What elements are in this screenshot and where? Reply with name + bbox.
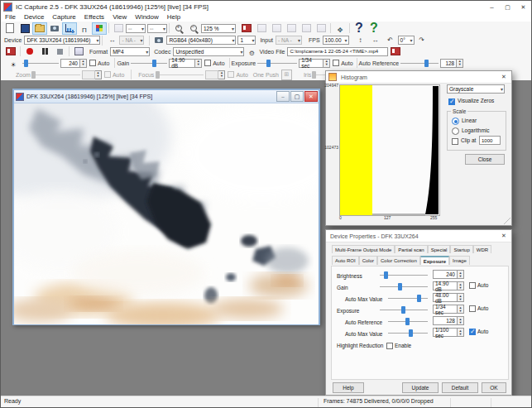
update-button[interactable]: Update — [402, 382, 439, 393]
display-settings-button[interactable] — [111, 22, 126, 35]
codec-settings-button[interactable] — [244, 46, 259, 58]
dp-exposure-auto-max-spinner[interactable]: 1/100 sec — [433, 328, 464, 337]
zoom-in-button[interactable]: + — [171, 22, 186, 35]
dp-gain-auto-max-spinner[interactable]: 48.00 dB — [433, 293, 464, 302]
image-tool-button-3[interactable] — [299, 22, 314, 35]
dp-exposure-spinner[interactable]: 1/34 sec — [433, 305, 464, 314]
dp-exposure-slider[interactable] — [378, 305, 429, 315]
zoom-level-combo[interactable]: 125 % — [201, 24, 236, 33]
codec-combo[interactable]: Unspecified — [173, 47, 244, 56]
snapshot-button[interactable] — [47, 22, 62, 35]
spinner-arrows-icon[interactable] — [458, 328, 464, 337]
spinner-arrows-icon[interactable] — [324, 59, 330, 68]
histogram-close-button-bottom[interactable]: Close — [465, 154, 505, 165]
live-maximize-button[interactable] — [290, 91, 304, 102]
flip-horizontal-button[interactable] — [368, 34, 383, 46]
rotate-right-button[interactable] — [415, 34, 429, 46]
menu-help[interactable]: Help — [163, 13, 185, 21]
new-layout-button[interactable] — [2, 22, 17, 35]
menu-file[interactable]: File — [1, 13, 20, 21]
image-tool-button-2[interactable] — [284, 22, 299, 35]
video-format-button[interactable] — [151, 34, 166, 46]
dp-highlight-enable-checkbox[interactable] — [386, 343, 393, 349]
menu-effects[interactable]: Effects — [80, 13, 108, 21]
tab-multi-frame-output-mode[interactable]: Multi-Frame Output Mode — [332, 245, 395, 253]
dp-exposure-auto-max-slider[interactable] — [386, 328, 429, 338]
tab-color-correction[interactable]: Color Correction — [377, 256, 420, 265]
histogram-toggle-button[interactable] — [62, 22, 77, 35]
minimize-button[interactable] — [484, 1, 500, 12]
spinner-arrows-icon[interactable] — [458, 316, 464, 325]
dp-brightness-spinner[interactable]: 240 — [433, 270, 464, 279]
image-tool-button-1[interactable] — [269, 22, 284, 35]
dp-auto-reference-slider[interactable] — [386, 316, 429, 327]
histogram-title-bar[interactable]: Histogram — [326, 71, 511, 84]
close-button[interactable] — [515, 1, 531, 12]
window-layout-dropdown[interactable] — [147, 24, 167, 33]
pan-tool-dropdown[interactable] — [333, 22, 347, 35]
brightness-spinner[interactable]: 240 — [60, 59, 87, 68]
dp-gain-auto-max-slider[interactable] — [386, 293, 429, 304]
stop-button[interactable] — [52, 46, 67, 58]
save-button[interactable] — [17, 22, 32, 35]
exposure-slider[interactable] — [256, 58, 299, 69]
histogram-dialog[interactable]: Histogram 204947 102473 0 127 255 Graysc… — [325, 70, 512, 226]
spinner-arrows-icon[interactable] — [195, 59, 202, 68]
help-button[interactable]: Help — [333, 382, 364, 393]
tab-image[interactable]: Image — [449, 256, 470, 265]
tab-auto-roi[interactable]: Auto ROI — [332, 256, 359, 265]
tab-special[interactable]: Special — [428, 245, 451, 253]
fps-combo[interactable]: 100.00 — [323, 36, 349, 45]
spinner-arrows-icon[interactable] — [458, 270, 464, 279]
na-combo-1[interactable]: - NA - — [119, 36, 144, 45]
input-combo[interactable]: - NA - — [276, 36, 302, 45]
tab-color[interactable]: Color — [359, 256, 377, 265]
live-close-button[interactable] — [304, 91, 318, 102]
dp-exposure-auto-max-auto-checkbox[interactable] — [469, 329, 476, 335]
rotation-combo[interactable]: 0° — [398, 36, 415, 45]
video-file-browse-button[interactable] — [388, 46, 403, 58]
dp-gain-slider[interactable] — [378, 281, 429, 292]
video-format-combo[interactable]: RGB64 (640x480) — [166, 36, 236, 45]
scheduled-capture-button[interactable] — [71, 46, 86, 58]
clip-at-checkbox[interactable] — [452, 138, 458, 145]
auto-reference-slider[interactable] — [399, 58, 440, 69]
grid-view-dropdown[interactable] — [126, 24, 146, 33]
gain-auto-checkbox[interactable] — [204, 60, 211, 66]
flip-vertical-button[interactable] — [353, 34, 368, 46]
spinner-arrows-icon[interactable] — [458, 293, 464, 302]
pause-button[interactable] — [37, 46, 52, 58]
record-button[interactable] — [22, 46, 37, 58]
brightness-slider[interactable] — [21, 58, 60, 69]
ok-button[interactable]: OK — [482, 382, 506, 393]
device-combo[interactable]: DFK 33UX264 (18619946) — [24, 36, 100, 45]
gain-spinner[interactable]: 14.90 dB — [169, 59, 202, 68]
dp-brightness-slider[interactable] — [378, 270, 429, 281]
about-button[interactable] — [367, 22, 381, 35]
copy-image-button[interactable] — [254, 22, 269, 35]
spinner-arrows-icon[interactable] — [457, 59, 463, 68]
tab-exposure[interactable]: Exposure — [420, 256, 449, 265]
resize-grip[interactable] — [504, 218, 510, 224]
menu-device[interactable]: Device — [20, 13, 48, 21]
visualize-zeros-checkbox[interactable] — [448, 98, 455, 105]
device-properties-dialog[interactable]: Device Properties - DFK 33UX264 Multi-Fr… — [325, 229, 512, 396]
device-properties-title-bar[interactable]: Device Properties - DFK 33UX264 — [326, 230, 511, 242]
maximize-button[interactable] — [500, 1, 515, 12]
spinner-arrows-icon[interactable] — [80, 59, 87, 68]
device-properties-close-button[interactable] — [496, 233, 511, 239]
spinner-arrows-icon[interactable] — [458, 305, 464, 314]
device-properties-button[interactable] — [92, 22, 107, 35]
menu-capture[interactable]: Capture — [48, 13, 79, 21]
zoom-out-button[interactable]: − — [186, 22, 201, 35]
save-image-button[interactable] — [239, 22, 254, 35]
format-combo[interactable]: MP4 — [110, 47, 150, 56]
dp-exposure-auto-checkbox[interactable] — [469, 305, 476, 312]
live-view-title-bar[interactable]: DFK 33UX264 (18619946) [125%] [live] [34… — [14, 90, 319, 103]
menu-view[interactable]: View — [108, 13, 131, 21]
live-minimize-button[interactable] — [276, 91, 290, 102]
video-file-field[interactable]: C:\tmp\camera-1 22-05-24 <TIME>.mp4 — [287, 47, 388, 56]
auto-reference-spinner[interactable]: 128 — [440, 59, 463, 68]
exposure-spinner[interactable]: 1/34 sec — [299, 59, 330, 68]
default-button[interactable]: Default — [442, 382, 478, 393]
